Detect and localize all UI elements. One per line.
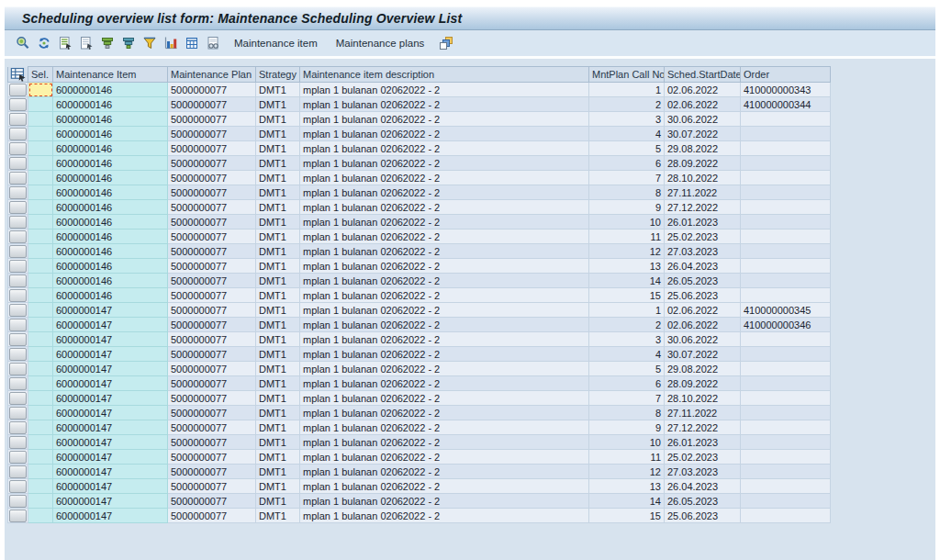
- cell-order[interactable]: 410000000346: [741, 318, 831, 332]
- cell-strategy[interactable]: DMT1: [256, 391, 300, 406]
- cell-start_date[interactable]: 25.02.2023: [665, 450, 741, 465]
- cell-item[interactable]: 6000000147: [53, 303, 168, 318]
- cell-call[interactable]: 4: [589, 347, 665, 362]
- sort-descending-icon[interactable]: [120, 36, 136, 51]
- cell-sel[interactable]: [28, 494, 53, 509]
- cell-plan[interactable]: 5000000077: [168, 435, 256, 450]
- row-select-button[interactable]: [9, 230, 27, 243]
- cell-start_date[interactable]: 02.06.2022: [665, 83, 741, 97]
- cell-order[interactable]: [741, 274, 831, 288]
- cell-start_date[interactable]: 02.06.2022: [665, 303, 741, 318]
- cell-description[interactable]: mplan 1 bulanan 02062022 - 2: [300, 288, 589, 303]
- cell-order[interactable]: 410000000343: [741, 83, 831, 97]
- cell-description[interactable]: mplan 1 bulanan 02062022 - 2: [300, 509, 589, 523]
- cell-item[interactable]: 6000000147: [53, 362, 168, 376]
- cell-order[interactable]: [741, 112, 831, 127]
- cell-plan[interactable]: 5000000077: [168, 288, 256, 303]
- col-header-call[interactable]: MntPlan Call No.: [589, 67, 665, 83]
- cell-strategy[interactable]: DMT1: [256, 230, 300, 244]
- cell-order[interactable]: [741, 479, 831, 494]
- cell-start_date[interactable]: 25.06.2023: [665, 288, 741, 303]
- cell-description[interactable]: mplan 1 bulanan 02062022 - 2: [300, 97, 589, 112]
- row-select-button[interactable]: [9, 157, 27, 170]
- row-select-button[interactable]: [9, 245, 27, 258]
- cell-call[interactable]: 8: [589, 406, 665, 420]
- choose-views-icon[interactable]: [438, 36, 453, 51]
- cell-description[interactable]: mplan 1 bulanan 02062022 - 2: [300, 127, 589, 141]
- cell-start_date[interactable]: 28.09.2022: [665, 376, 741, 391]
- cell-plan[interactable]: 5000000077: [168, 318, 256, 332]
- cell-start_date[interactable]: 02.06.2022: [665, 97, 741, 112]
- cell-call[interactable]: 8: [589, 185, 665, 200]
- cell-start_date[interactable]: 26.04.2023: [665, 259, 741, 274]
- cell-call[interactable]: 14: [589, 494, 665, 509]
- col-header-order[interactable]: Order: [741, 67, 831, 83]
- cell-start_date[interactable]: 28.10.2022: [665, 391, 741, 406]
- cell-item[interactable]: 6000000147: [53, 406, 168, 420]
- col-header-description[interactable]: Maintenance item description: [300, 67, 589, 83]
- cell-call[interactable]: 13: [589, 259, 665, 274]
- cell-item[interactable]: 6000000147: [53, 435, 168, 450]
- cell-sel[interactable]: [28, 83, 53, 97]
- cell-strategy[interactable]: DMT1: [256, 171, 300, 185]
- cell-item[interactable]: 6000000147: [53, 318, 168, 332]
- cell-call[interactable]: 6: [589, 376, 665, 391]
- cell-start_date[interactable]: 28.09.2022: [665, 156, 741, 171]
- cell-call[interactable]: 3: [589, 112, 665, 127]
- cell-strategy[interactable]: DMT1: [256, 406, 300, 420]
- row-select-button[interactable]: [9, 274, 27, 287]
- cell-plan[interactable]: 5000000077: [168, 362, 256, 376]
- cell-description[interactable]: mplan 1 bulanan 02062022 - 2: [300, 274, 589, 288]
- cell-item[interactable]: 6000000147: [53, 376, 168, 391]
- cell-start_date[interactable]: 27.03.2023: [665, 244, 741, 259]
- cell-sel[interactable]: [28, 435, 53, 450]
- cell-item[interactable]: 6000000146: [53, 230, 168, 244]
- cell-item[interactable]: 6000000147: [53, 420, 168, 435]
- cell-sel[interactable]: [28, 230, 53, 244]
- cell-item[interactable]: 6000000146: [53, 274, 168, 288]
- cell-description[interactable]: mplan 1 bulanan 02062022 - 2: [300, 318, 589, 332]
- sort-ascending-icon[interactable]: [99, 36, 115, 51]
- cell-description[interactable]: mplan 1 bulanan 02062022 - 2: [300, 391, 589, 406]
- cell-item[interactable]: 6000000146: [53, 171, 168, 185]
- cell-start_date[interactable]: 29.08.2022: [665, 362, 741, 376]
- cell-sel[interactable]: [28, 200, 53, 215]
- cell-start_date[interactable]: 02.06.2022: [665, 318, 741, 332]
- cell-start_date[interactable]: 26.01.2023: [665, 215, 741, 230]
- cell-description[interactable]: mplan 1 bulanan 02062022 - 2: [300, 420, 589, 435]
- row-select-button[interactable]: [9, 289, 27, 302]
- cell-sel[interactable]: [28, 376, 53, 391]
- row-select-button[interactable]: [9, 201, 27, 214]
- cell-call[interactable]: 7: [589, 391, 665, 406]
- cell-order[interactable]: 410000000344: [741, 97, 831, 112]
- cell-description[interactable]: mplan 1 bulanan 02062022 - 2: [300, 200, 589, 215]
- row-select-button[interactable]: [9, 216, 27, 229]
- cell-strategy[interactable]: DMT1: [256, 141, 300, 156]
- cell-call[interactable]: 15: [589, 288, 665, 303]
- cell-description[interactable]: mplan 1 bulanan 02062022 - 2: [300, 465, 589, 479]
- col-header-item[interactable]: Maintenance Item: [53, 67, 168, 83]
- cell-plan[interactable]: 5000000077: [168, 97, 256, 112]
- cell-strategy[interactable]: DMT1: [256, 465, 300, 479]
- cell-sel[interactable]: [28, 509, 53, 523]
- cell-call[interactable]: 1: [589, 83, 665, 97]
- cell-call[interactable]: 3: [589, 332, 665, 347]
- cell-order[interactable]: [741, 127, 831, 141]
- cell-sel[interactable]: [28, 97, 53, 112]
- cell-order[interactable]: [741, 465, 831, 479]
- cell-sel[interactable]: [28, 171, 53, 185]
- refresh-icon[interactable]: [36, 36, 51, 51]
- cell-description[interactable]: mplan 1 bulanan 02062022 - 2: [300, 141, 589, 156]
- cell-start_date[interactable]: 26.04.2023: [665, 479, 741, 494]
- col-header-start_date[interactable]: Sched.StartDate: [665, 67, 741, 83]
- cell-strategy[interactable]: DMT1: [256, 215, 300, 230]
- cell-plan[interactable]: 5000000077: [168, 494, 256, 509]
- cell-start_date[interactable]: 27.11.2022: [665, 406, 741, 420]
- cell-strategy[interactable]: DMT1: [256, 274, 300, 288]
- cell-order[interactable]: [741, 450, 831, 465]
- row-select-button[interactable]: [9, 510, 27, 522]
- cell-sel[interactable]: [28, 420, 53, 435]
- print-preview-icon[interactable]: [205, 36, 220, 51]
- cell-call[interactable]: 4: [589, 127, 665, 141]
- row-select-button[interactable]: [9, 407, 27, 420]
